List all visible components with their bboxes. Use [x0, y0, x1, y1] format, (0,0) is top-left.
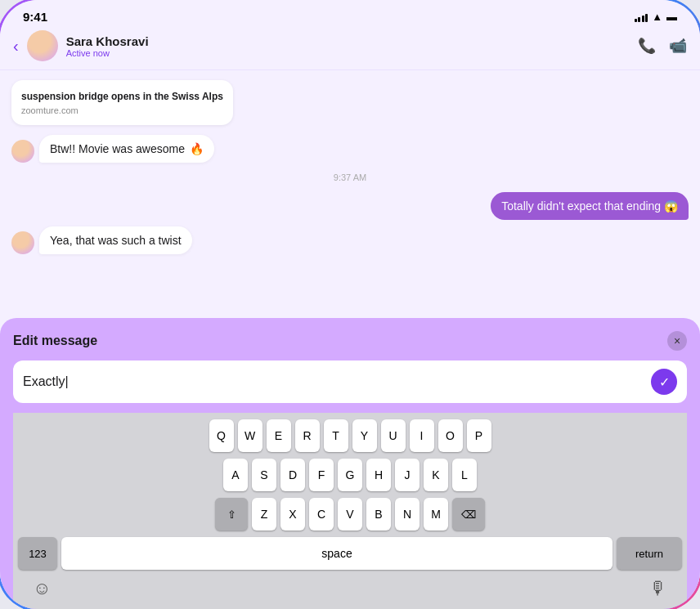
- key-i[interactable]: I: [410, 419, 434, 452]
- link-preview-card: suspension bridge opens in the Swiss Alp…: [11, 80, 233, 125]
- wifi-icon-right: ▲: [652, 11, 662, 23]
- key-b[interactable]: B: [366, 498, 391, 531]
- key-a[interactable]: A: [223, 459, 248, 491]
- message-sent-1: Totally didn't expect that ending 😱: [491, 192, 689, 220]
- key-l[interactable]: L: [452, 459, 477, 491]
- key-z[interactable]: Z: [252, 498, 276, 531]
- key-q[interactable]: Q: [209, 419, 234, 452]
- message-received-2: Yea, that was such a twist: [39, 226, 192, 254]
- key-o[interactable]: O: [438, 419, 463, 452]
- contact-name: Sara Khosravi: [66, 34, 630, 48]
- link-preview-url: zoomture.com: [21, 105, 223, 115]
- header-actions: 📞 📹: [638, 37, 687, 55]
- keyboard-row-4: 123 space return: [16, 537, 684, 570]
- key-y[interactable]: Y: [352, 419, 377, 452]
- phone-call-icon[interactable]: 📞: [638, 37, 656, 55]
- key-c[interactable]: C: [309, 498, 334, 531]
- message-link-preview: suspension bridge opens in the Swiss Alp…: [11, 80, 233, 128]
- key-t[interactable]: T: [324, 419, 348, 452]
- key-u[interactable]: U: [381, 419, 406, 452]
- key-w[interactable]: W: [238, 419, 262, 452]
- key-s[interactable]: S: [252, 459, 276, 491]
- key-g[interactable]: G: [338, 459, 362, 491]
- signal-icon-right: [635, 12, 648, 22]
- message-timestamp: 9:37 AM: [11, 172, 689, 182]
- key-x[interactable]: X: [280, 498, 305, 531]
- key-p[interactable]: P: [467, 419, 491, 452]
- bubble-received-1: Btw!! Movie was awesome 🔥: [39, 135, 214, 163]
- key-f[interactable]: F: [309, 459, 334, 491]
- time-right: 9:41: [23, 10, 47, 24]
- right-phone-screen: 9:41 ▲ ▬ ‹: [0, 0, 700, 609]
- contact-status: Active now: [66, 48, 630, 58]
- keyboard: Q W E R T Y U I O P A S: [13, 413, 687, 609]
- key-d[interactable]: D: [280, 459, 305, 491]
- edit-message-input[interactable]: Exactly|: [23, 374, 644, 389]
- shift-key[interactable]: ⇧: [215, 498, 248, 531]
- edit-input-row: Exactly| ✓: [13, 360, 687, 403]
- contact-avatar: [27, 30, 58, 61]
- numbers-key[interactable]: 123: [18, 537, 57, 570]
- bubble-received-2: Yea, that was such a twist: [39, 226, 192, 254]
- key-h[interactable]: H: [366, 459, 391, 491]
- space-key[interactable]: space: [61, 537, 612, 570]
- keyboard-row-2: A S D F G H J K L: [16, 459, 684, 491]
- key-k[interactable]: K: [424, 459, 448, 491]
- chat-header: ‹ Sara Khosravi Active now 📞 📹: [0, 24, 700, 70]
- message-row-received-1: Btw!! Movie was awesome 🔥: [11, 135, 689, 163]
- edit-send-button[interactable]: ✓: [651, 369, 677, 395]
- bubble-sent-1: Totally didn't expect that ending 😱: [491, 192, 689, 220]
- link-preview-title: suspension bridge opens in the Swiss Alp…: [21, 90, 223, 104]
- keyboard-extras: ☺ 🎙: [16, 575, 684, 606]
- edit-modal-title: Edit message: [13, 334, 97, 348]
- key-m[interactable]: M: [424, 498, 448, 531]
- battery-icon-right: ▬: [666, 11, 677, 23]
- sender-avatar-2: [11, 231, 34, 254]
- message-received-1: Btw!! Movie was awesome 🔥: [39, 135, 214, 163]
- contact-info: Sara Khosravi Active now: [66, 34, 630, 58]
- edit-close-button[interactable]: ×: [667, 331, 687, 351]
- video-call-icon[interactable]: 📹: [669, 37, 687, 55]
- key-v[interactable]: V: [338, 498, 362, 531]
- edit-modal-header: Edit message ×: [13, 331, 687, 351]
- return-key[interactable]: return: [617, 537, 682, 570]
- key-n[interactable]: N: [395, 498, 420, 531]
- keyboard-row-1: Q W E R T Y U I O P: [16, 419, 684, 452]
- delete-key[interactable]: ⌫: [452, 498, 485, 531]
- key-j[interactable]: J: [395, 459, 420, 491]
- status-icons-right: ▲ ▬: [635, 11, 677, 23]
- edit-message-modal: Edit message × Exactly| ✓ Q W: [0, 318, 700, 609]
- back-button[interactable]: ‹: [13, 37, 19, 56]
- right-phone-frame: 9:41 ▲ ▬ ‹: [0, 0, 700, 609]
- microphone-icon[interactable]: 🎙: [649, 578, 667, 599]
- emoji-keyboard-icon[interactable]: ☺: [33, 578, 51, 599]
- sender-avatar-1: [11, 140, 34, 163]
- message-row-received-2: Yea, that was such a twist: [11, 226, 689, 254]
- status-bar-right: 9:41 ▲ ▬: [0, 0, 700, 24]
- key-e[interactable]: E: [267, 419, 291, 452]
- keyboard-row-3: ⇧ Z X C V B N M ⌫: [16, 498, 684, 531]
- key-r[interactable]: R: [295, 419, 320, 452]
